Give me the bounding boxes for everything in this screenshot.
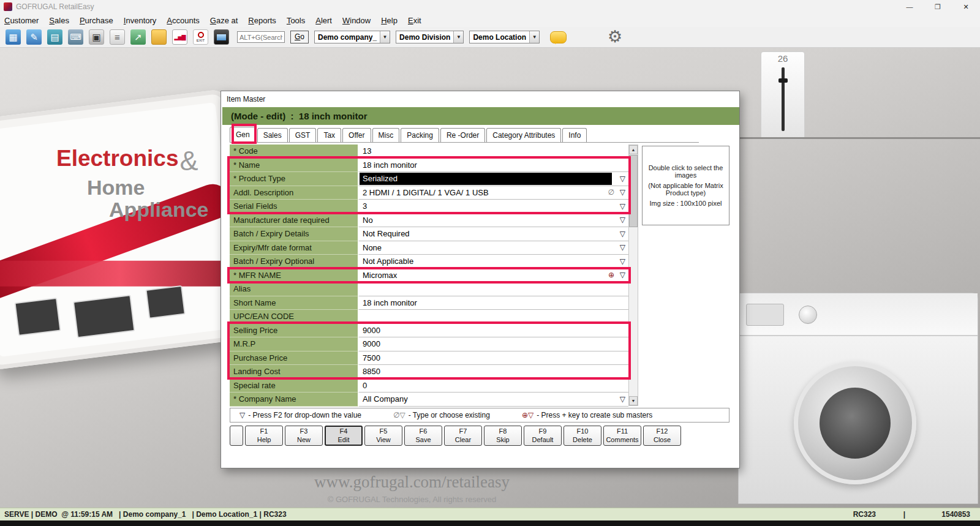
form-scrollbar[interactable]: ▲ ▼ [628, 145, 638, 406]
scroll-down-icon[interactable]: ▼ [629, 396, 638, 405]
menu-gazeat[interactable]: Gaze at [210, 16, 238, 25]
new-button[interactable]: F3New [285, 426, 323, 446]
dropdown-icon[interactable]: ▽ [620, 257, 625, 266]
image-panel-line1: Double click to select the images [647, 164, 725, 179]
mrp-input[interactable]: 9000 [359, 337, 628, 351]
chat-bubble-icon[interactable] [550, 31, 567, 43]
comments-button[interactable]: F11Comments [603, 426, 641, 446]
settings-gear-icon[interactable] [608, 29, 622, 45]
folder-icon[interactable] [151, 29, 167, 45]
menu-customer[interactable]: Customer [4, 16, 39, 25]
batch-expiry-optional-input[interactable]: Not Applicable▽ [359, 255, 628, 269]
dropdown-icon[interactable]: ▽ [620, 216, 625, 224]
tab-packing[interactable]: Packing [401, 128, 439, 142]
help-button[interactable]: F1Help [245, 426, 283, 446]
maximize-button[interactable]: ❐ [924, 0, 952, 13]
short-name-input[interactable]: 18 inch monitor [359, 296, 628, 310]
location-dropdown[interactable]: Demo Location ▼ [469, 31, 540, 43]
special-rate-input[interactable]: 0 [359, 379, 628, 393]
manufacturer-date-input[interactable]: No▽ [359, 214, 628, 228]
tab-gen[interactable]: Gen [230, 127, 256, 142]
dropdown-icon[interactable]: ▽ [620, 175, 625, 183]
company-dropdown[interactable]: Demo company_ ▼ [314, 31, 390, 43]
document-icon[interactable] [110, 29, 125, 45]
serial-fields-input[interactable]: 3▽ [359, 200, 628, 214]
exit-power-icon[interactable]: EXIT [193, 29, 208, 45]
skip-button[interactable]: F8Skip [484, 426, 522, 446]
location-dropdown-value: Demo Location [470, 33, 529, 42]
delete-button[interactable]: F10Delete [564, 426, 601, 446]
view-button[interactable]: F5View [364, 426, 402, 446]
menu-alert[interactable]: Alert [315, 16, 332, 25]
code-input[interactable]: 13 [359, 145, 628, 159]
menu-tools[interactable]: Tools [287, 16, 305, 25]
menu-inventory[interactable]: Inventory [124, 16, 157, 25]
blank-button[interactable] [230, 426, 243, 446]
export-icon[interactable] [130, 29, 146, 45]
name-input[interactable]: 18 inch monitor [359, 159, 628, 173]
upc-ean-input[interactable] [359, 310, 628, 324]
tab-gst[interactable]: GST [289, 128, 317, 142]
tab-sales[interactable]: Sales [257, 128, 288, 142]
dropdown-icon[interactable]: ▽ [620, 202, 625, 211]
tab-offer[interactable]: Offer [342, 128, 371, 142]
tab-misc[interactable]: Misc [372, 128, 400, 142]
status-build-number: 1540853 [941, 510, 970, 519]
sales-bill-icon[interactable] [26, 29, 42, 45]
menu-accounts[interactable]: Accounts [167, 16, 199, 25]
promo-line2: Home [87, 177, 208, 198]
edit-button[interactable]: F4Edit [325, 426, 363, 446]
scroll-up-icon[interactable]: ▲ [629, 145, 638, 154]
landing-cost-input[interactable]: 8850 [359, 365, 628, 379]
default-button[interactable]: F9Default [524, 426, 562, 446]
batch-expiry-details-input[interactable]: Not Required▽ [359, 227, 628, 241]
alias-input[interactable] [359, 282, 628, 296]
mode-header: (Mode - edit) : 18 inch monitor [222, 107, 739, 125]
device-thumbnail [14, 298, 61, 336]
calculator-icon[interactable] [68, 29, 83, 45]
item-image-panel[interactable]: Double click to select the images (Not a… [642, 146, 729, 225]
selling-price-input[interactable]: 9000 [359, 324, 628, 338]
chart-icon[interactable] [172, 29, 187, 45]
chevron-down-icon[interactable]: ▼ [529, 31, 539, 43]
product-type-input[interactable]: Serialized▽ [359, 172, 628, 186]
menu-window[interactable]: Window [342, 16, 371, 25]
menu-purchase[interactable]: Purchase [80, 16, 113, 25]
chevron-down-icon[interactable]: ▼ [453, 31, 463, 43]
menu-exit[interactable]: Exit [408, 16, 421, 25]
close-dialog-button[interactable]: F12Close [643, 426, 681, 446]
addl-description-input[interactable]: 2 HDMI / 1 DIGITAL/ 1 VGA/ 1 USB∅▽ [359, 186, 628, 200]
division-dropdown[interactable]: Demo Division ▼ [396, 31, 464, 43]
minimize-button[interactable]: — [895, 0, 924, 13]
tab-category-attributes[interactable]: Category Attributes [486, 128, 561, 142]
dropdown-icon[interactable]: ▽ [620, 188, 625, 197]
dropdown-icon[interactable]: ▽ [620, 230, 625, 238]
save-button[interactable]: F6Save [404, 426, 442, 446]
dropdown-icon[interactable]: ▽ [620, 395, 625, 404]
tab-reorder[interactable]: Re -Order [440, 128, 485, 142]
touch-pos-icon[interactable] [6, 29, 21, 45]
display-icon[interactable] [214, 29, 229, 45]
day-book-icon[interactable] [47, 29, 62, 45]
global-search-input[interactable] [237, 31, 285, 43]
purchase-price-input[interactable]: 7500 [359, 351, 628, 366]
mfr-name-input[interactable]: Micromax⊕▽ [359, 269, 628, 283]
dropdown-icon[interactable]: ▽ [620, 271, 625, 279]
clear-button[interactable]: F7Clear [444, 426, 482, 446]
printer-icon[interactable] [89, 29, 104, 45]
chevron-down-icon[interactable]: ▼ [380, 31, 390, 43]
close-button[interactable]: ✕ [952, 0, 980, 13]
menu-sales[interactable]: Sales [49, 16, 69, 25]
expiry-format-input[interactable]: None▽ [359, 241, 628, 255]
field-label: Alias [230, 282, 359, 296]
scrollbar-thumb[interactable] [629, 155, 638, 227]
tab-tax[interactable]: Tax [317, 128, 341, 142]
field-row-serial-fields: Serial Fields 3▽ [230, 200, 628, 214]
legend-type-or-choose: ∅▽ - Type or choose existing [393, 411, 490, 419]
menu-help[interactable]: Help [381, 16, 398, 25]
company-name-input[interactable]: All Company▽ [359, 393, 628, 407]
dropdown-icon[interactable]: ▽ [620, 243, 625, 252]
tab-info[interactable]: Info [562, 128, 587, 142]
go-button[interactable]: Go [290, 31, 309, 43]
menu-reports[interactable]: Reports [248, 16, 276, 25]
